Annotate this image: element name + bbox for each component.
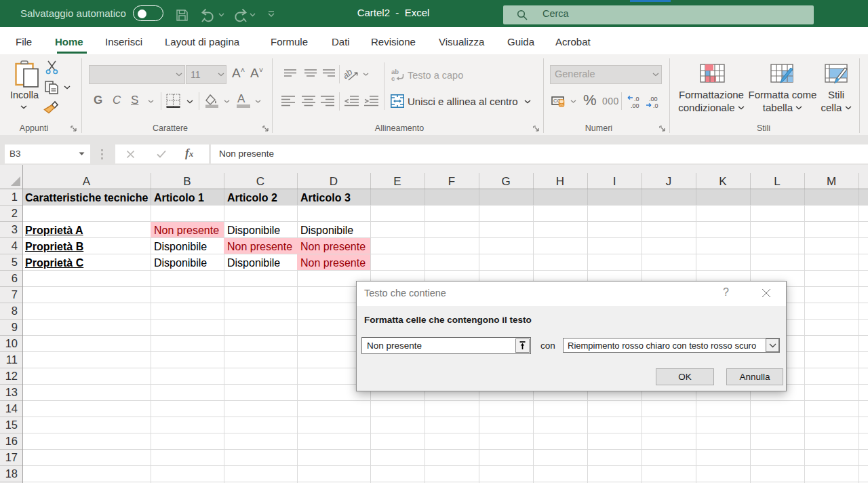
svg-text:.00: .00: [649, 96, 658, 102]
svg-text:.00: .00: [631, 102, 639, 109]
svg-text:c: c: [391, 75, 395, 81]
svg-text:.0: .0: [634, 96, 639, 102]
svg-text:.0: .0: [653, 102, 658, 109]
